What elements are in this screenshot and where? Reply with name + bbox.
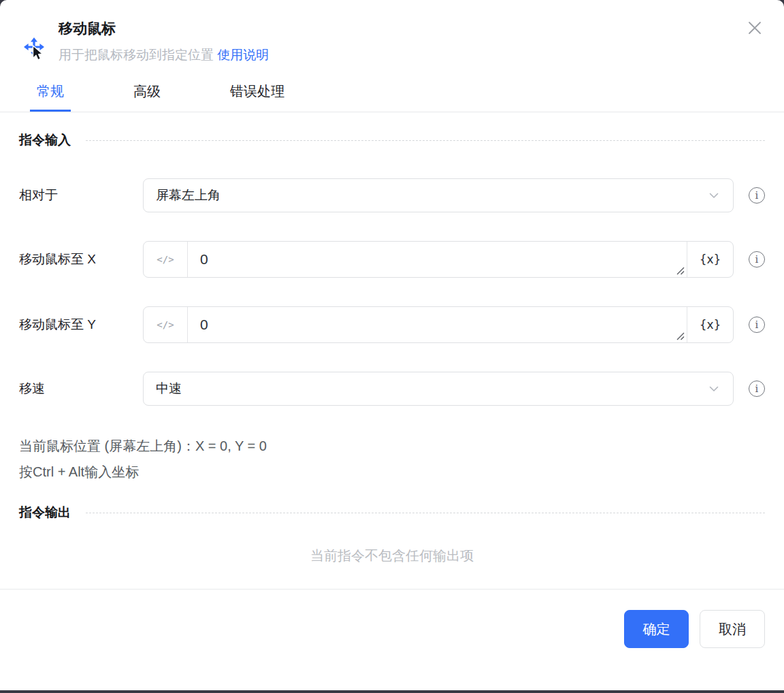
close-icon[interactable] [745, 18, 765, 38]
info-icon[interactable]: i [749, 381, 765, 397]
relative-to-value: 屏幕左上角 [156, 187, 707, 204]
output-empty-text: 当前指令不包含任何输出项 [19, 547, 765, 565]
move-x-input[interactable]: 0 [188, 242, 687, 277]
variable-picker-button[interactable]: {x} [687, 242, 733, 277]
move-x-value: 0 [200, 251, 208, 268]
shortcut-hint-text: 按Ctrl + Alt输入坐标 [19, 459, 765, 485]
dashed-divider [86, 513, 765, 513]
resize-grip-icon[interactable] [676, 332, 685, 340]
chevron-down-icon [707, 189, 721, 202]
section-input-header: 指令输入 [19, 131, 765, 150]
info-icon[interactable]: i [749, 317, 765, 333]
form-row-speed: 移速 中速 i [19, 372, 765, 406]
form-row-relative-to: 相对于 屏幕左上角 i [19, 178, 765, 212]
mouse-position-hints: 当前鼠标位置 (屏幕左上角)：X = 0, Y = 0 按Ctrl + Alt输… [19, 433, 765, 485]
dialog-title: 移动鼠标 [59, 19, 765, 38]
section-title-output: 指令输出 [19, 503, 71, 522]
current-position-text: 当前鼠标位置 (屏幕左上角)：X = 0, Y = 0 [19, 433, 765, 459]
speed-value: 中速 [156, 380, 707, 398]
cancel-button[interactable]: 取消 [700, 610, 765, 648]
speed-select[interactable]: 中速 [143, 372, 734, 406]
info-icon[interactable]: i [749, 187, 765, 204]
move-y-input-group: </> 0 {x} [143, 306, 734, 343]
tab-error-handling[interactable]: 错误处理 [223, 75, 291, 112]
code-icon[interactable]: </> [144, 242, 188, 277]
field-label-relative-to: 相对于 [19, 187, 143, 204]
dashed-divider [86, 140, 765, 141]
move-x-input-group: </> 0 {x} [143, 241, 734, 278]
move-y-input[interactable]: 0 [188, 307, 687, 342]
resize-grip-icon[interactable] [676, 266, 685, 275]
relative-to-select[interactable]: 屏幕左上角 [143, 178, 734, 212]
code-icon[interactable]: </> [144, 307, 188, 342]
move-mouse-icon [23, 37, 45, 61]
dialog-body: 指令输入 相对于 屏幕左上角 i 移动鼠标至 X </> 0 [0, 131, 784, 565]
form-row-move-y: 移动鼠标至 Y </> 0 {x} i [19, 306, 765, 343]
info-icon[interactable]: i [749, 251, 765, 268]
dialog-footer: 确定 取消 [0, 589, 784, 666]
chevron-down-icon [707, 382, 721, 396]
ok-button[interactable]: 确定 [624, 610, 689, 648]
dialog-header: 移动鼠标 用于把鼠标移动到指定位置 使用说明 [0, 0, 784, 64]
variable-picker-button[interactable]: {x} [687, 307, 733, 342]
field-label-move-x: 移动鼠标至 X [19, 251, 143, 268]
section-title-input: 指令输入 [19, 131, 71, 150]
section-output-header: 指令输出 [19, 503, 765, 522]
page-background: 移动鼠标 用于把鼠标移动到指定位置 使用说明 常规 高级 错误处理 指令输入 相… [0, 0, 784, 693]
dialog-subtitle: 用于把鼠标移动到指定位置 [59, 48, 214, 62]
tab-general[interactable]: 常规 [30, 75, 71, 112]
header-text: 移动鼠标 用于把鼠标移动到指定位置 使用说明 [59, 19, 765, 64]
move-y-value: 0 [200, 317, 208, 333]
tab-advanced[interactable]: 高级 [127, 75, 167, 112]
tab-bar: 常规 高级 错误处理 [0, 75, 784, 112]
help-link[interactable]: 使用说明 [217, 48, 269, 62]
field-label-move-y: 移动鼠标至 Y [19, 316, 143, 334]
dialog-subtitle-row: 用于把鼠标移动到指定位置 使用说明 [59, 46, 765, 64]
move-mouse-dialog: 移动鼠标 用于把鼠标移动到指定位置 使用说明 常规 高级 错误处理 指令输入 相… [0, 0, 784, 690]
field-label-speed: 移速 [19, 380, 143, 398]
form-row-move-x: 移动鼠标至 X </> 0 {x} i [19, 241, 765, 278]
